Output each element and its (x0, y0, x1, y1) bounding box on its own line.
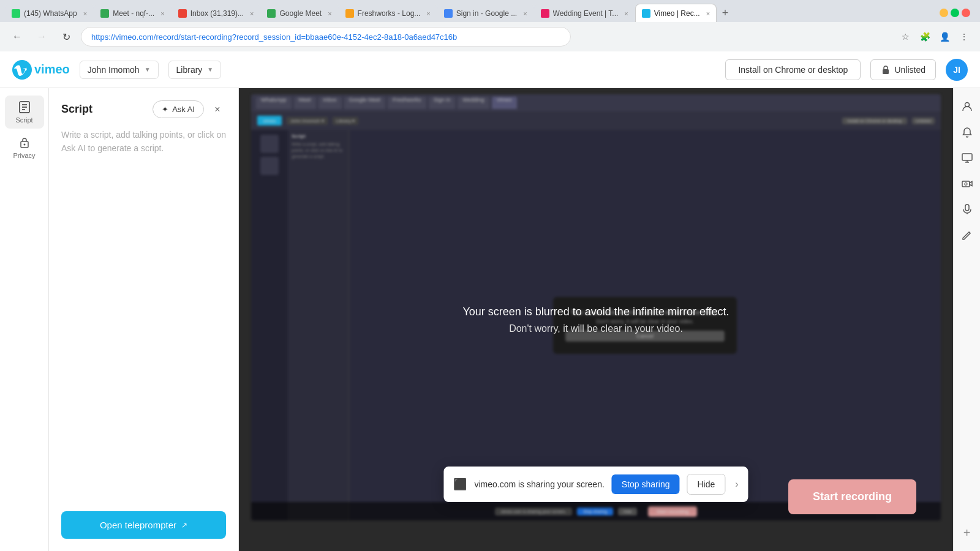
right-sidebar-profile-icon[interactable] (956, 96, 978, 118)
tab-favicon-google-signin (444, 9, 453, 18)
tab-close-vimeo[interactable]: × (706, 10, 710, 17)
forward-button[interactable]: → (32, 27, 51, 47)
tab-wedding[interactable]: Wedding Event | T... × (534, 4, 635, 22)
script-icon (18, 100, 31, 114)
nested-script-placeholder: Write a script, add talking points, or c… (292, 141, 345, 159)
tab-close-whatsapp[interactable]: × (83, 10, 87, 17)
vimeo-logo[interactable]: vimeo (12, 60, 70, 80)
star-icon[interactable]: ☆ (897, 28, 914, 45)
unlisted-label: Unlisted (894, 65, 925, 75)
script-title: Script (61, 103, 92, 116)
start-recording-button[interactable]: Start recording (788, 479, 916, 514)
script-placeholder: Write a script, add talking points, or c… (61, 128, 226, 156)
share-menu-icon[interactable]: › (735, 479, 738, 490)
avatar[interactable]: JI (946, 59, 968, 81)
svg-point-0 (12, 60, 32, 80)
menu-icon[interactable]: ⋮ (956, 28, 973, 45)
teleprompter-area: Open teleprompter ↗ (61, 511, 226, 539)
mirror-effect-message: Your screen is blurred to avoid the infi… (462, 305, 729, 334)
tab-meet-nqf[interactable]: Meet - nqf-... × (94, 4, 171, 22)
library-dropdown[interactable]: Library ▼ (168, 61, 222, 79)
share-notification-text: vimeo.com is sharing your screen. (474, 479, 604, 489)
tab-label-freshworks: Freshworks - Log... (358, 9, 421, 18)
right-sidebar-camera-icon[interactable] (956, 173, 978, 195)
library-label: Library (176, 65, 203, 75)
tab-label-wedding: Wedding Event | T... (553, 9, 619, 18)
right-sidebar-edit-icon[interactable] (956, 224, 978, 246)
nested-tab-2: Meet (294, 97, 316, 109)
tab-close-inbox[interactable]: × (250, 10, 254, 17)
script-close-button[interactable]: × (209, 101, 226, 118)
tab-label-google-meet: Google Meet (279, 9, 322, 18)
sidebar-item-privacy-label: Privacy (13, 152, 35, 159)
extension-icon[interactable]: 🧩 (916, 28, 933, 45)
tab-close-meet-nqf[interactable]: × (160, 10, 164, 17)
nested-start-recording: Start recording (648, 506, 697, 517)
privacy-icon (18, 136, 31, 149)
maximize-button[interactable] (951, 9, 959, 17)
close-button[interactable] (962, 9, 970, 17)
tab-vimeo[interactable]: Vimeo | Rec... × (635, 4, 717, 22)
unlisted-button[interactable]: Unlisted (870, 59, 936, 80)
script-panel: Script ✦ Ask AI × Write a script, add ta… (49, 88, 239, 551)
right-sidebar-monitor-icon[interactable] (956, 147, 978, 169)
tab-inbox[interactable]: Inbox (31,319)... × (172, 4, 261, 22)
minimize-button[interactable] (940, 9, 948, 17)
tab-close-google-signin[interactable]: × (523, 10, 527, 17)
mirror-message-line2: Don't worry, it will be clear in your vi… (462, 323, 729, 334)
svg-rect-1 (883, 69, 889, 74)
svg-rect-14 (965, 204, 969, 211)
share-screen-icon: ⬛ (453, 478, 467, 491)
tab-favicon-meet-nqf (100, 9, 109, 18)
user-dropdown[interactable]: John Imomoh ▼ (80, 61, 159, 79)
svg-rect-9 (962, 154, 972, 160)
browser-actions: ☆ 🧩 👤 ⋮ (897, 28, 973, 45)
tab-favicon-google-meet (267, 9, 276, 18)
nested-tab-4: Google Meet (344, 97, 386, 109)
tab-label-meet-nqf: Meet - nqf-... (113, 9, 154, 18)
vimeo-header: vimeo John Imomoh ▼ Library ▼ Install on… (0, 51, 980, 88)
lock-icon (881, 65, 891, 75)
tab-close-freshworks[interactable]: × (426, 10, 430, 17)
profile-icon (962, 101, 973, 112)
nested-tab-7: Wedding (458, 97, 489, 109)
nested-hide-btn: Hide (618, 508, 636, 515)
right-sidebar-bell-icon[interactable] (956, 121, 978, 143)
url-input[interactable] (81, 27, 571, 47)
library-chevron-icon: ▼ (207, 66, 213, 73)
tab-google-signin[interactable]: Sign in - Google ... × (437, 4, 534, 22)
tab-favicon-freshworks (345, 9, 354, 18)
ask-ai-label: Ask AI (172, 105, 195, 114)
ask-ai-button[interactable]: ✦ Ask AI (153, 100, 204, 118)
tab-close-google-meet[interactable]: × (328, 10, 331, 17)
sidebar-item-script[interactable]: Script (5, 96, 44, 129)
right-sidebar-add-icon[interactable]: + (956, 522, 978, 544)
sidebar-item-script-label: Script (15, 116, 32, 124)
vimeo-logo-svg (12, 60, 32, 80)
svg-point-13 (965, 183, 967, 186)
tab-freshworks[interactable]: Freshworks - Log... × (339, 4, 437, 22)
stop-sharing-button[interactable]: Stop sharing (612, 474, 680, 494)
tab-close-wedding[interactable]: × (624, 10, 628, 17)
browser-chrome: (145) WhatsApp × Meet - nqf-... × Inbox … (0, 0, 980, 51)
tab-favicon-whatsapp (12, 9, 20, 18)
nested-tab-1: WhatsApp (256, 97, 292, 109)
hide-button[interactable]: Hide (687, 474, 725, 495)
teleprompter-label: Open teleprompter (100, 520, 176, 530)
open-teleprompter-button[interactable]: Open teleprompter ↗ (61, 511, 226, 539)
right-sidebar-mic-icon[interactable] (956, 198, 978, 220)
install-button[interactable]: Install on Chrome or desktop (725, 59, 861, 80)
left-sidebar: Script Privacy (0, 88, 49, 551)
tab-google-meet[interactable]: Google Meet × (260, 4, 338, 22)
back-button[interactable]: ← (7, 27, 27, 47)
new-tab-button[interactable]: + (717, 4, 734, 21)
svg-point-7 (23, 144, 25, 146)
tab-whatsapp[interactable]: (145) WhatsApp × (5, 4, 94, 22)
reload-button[interactable]: ↻ (56, 27, 76, 47)
tab-bar: (145) WhatsApp × Meet - nqf-... × Inbox … (0, 0, 980, 22)
sidebar-item-privacy[interactable]: Privacy (5, 131, 44, 164)
profile-icon[interactable]: 👤 (936, 28, 953, 45)
nested-sidebar (251, 130, 288, 520)
nested-library-dropdown: Library ▾ (333, 117, 359, 125)
script-panel-header: Script ✦ Ask AI × (61, 100, 226, 118)
